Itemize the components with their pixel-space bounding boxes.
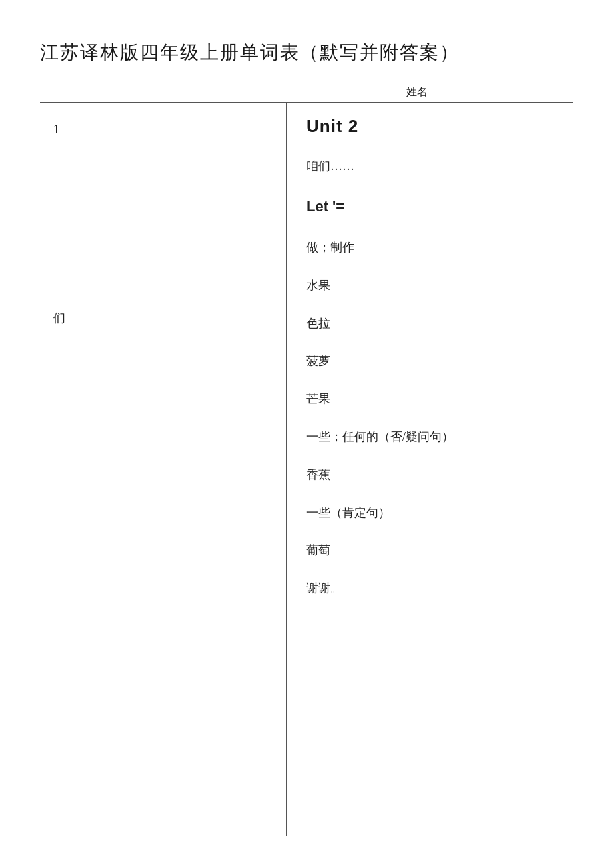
word-item-7: 芒果: [306, 389, 553, 409]
word-item-1: 咱们……: [306, 157, 553, 176]
page-title: 江苏译林版四年级上册单词表（默写并附答案）: [40, 40, 573, 65]
left-item-1: 1: [50, 123, 276, 137]
left-column: 1 们: [40, 103, 287, 836]
word-item-11: 葡萄: [306, 541, 553, 560]
word-item-4: 水果: [306, 276, 553, 295]
word-item-8: 一些；任何的（否/疑问句）: [306, 427, 553, 447]
name-line: [433, 86, 566, 99]
left-item-2: 们: [50, 310, 276, 326]
word-item-6: 菠萝: [306, 351, 553, 371]
name-label: 姓名: [406, 85, 428, 99]
unit-title: Unit 2: [306, 116, 553, 137]
word-item-5: 色拉: [306, 314, 553, 333]
word-item-12: 谢谢。: [306, 579, 553, 598]
word-item-9: 香蕉: [306, 465, 553, 485]
word-item-10: 一些（肯定句）: [306, 503, 553, 523]
word-item-2: Let '=: [306, 195, 553, 218]
right-column: Unit 2 咱们…… Let '= 做；制作 水果 色拉 菠萝 芒果 一些；任…: [287, 103, 573, 836]
word-item-3: 做；制作: [306, 238, 553, 257]
